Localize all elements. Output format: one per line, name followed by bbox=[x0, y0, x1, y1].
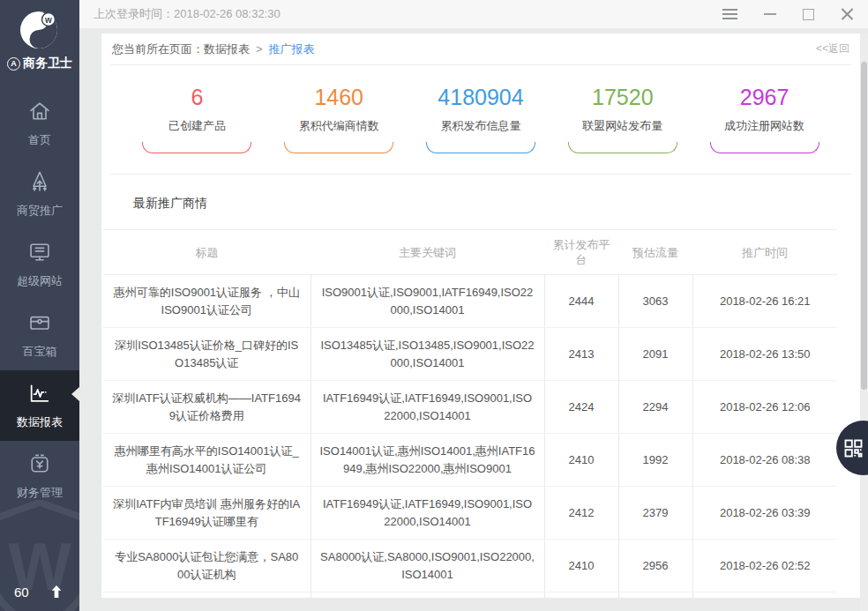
scrollbar-thumb[interactable] bbox=[861, 62, 867, 390]
breadcrumb-separator: > bbox=[256, 42, 263, 56]
cell-time: 2018-02-26 13:50 bbox=[692, 328, 837, 381]
brand-badge-icon: A bbox=[7, 57, 20, 71]
yinyang-logo-icon: w bbox=[19, 9, 61, 51]
column-header: 累计发布平台 bbox=[544, 230, 618, 275]
stat-label: 成功注册网站数 bbox=[693, 118, 835, 134]
cell-traffic: 3063 bbox=[618, 275, 692, 328]
table-row: ISO22000认证咨询，想要放心的ISO22000ISO22000认证,ISO… bbox=[103, 592, 837, 599]
stat-card-created-products: 6已创建产品 bbox=[126, 85, 268, 153]
cell-time bbox=[692, 592, 837, 599]
stat-value: 4180904 bbox=[410, 85, 552, 110]
finance-icon bbox=[27, 451, 52, 476]
stat-value: 2967 bbox=[693, 85, 835, 110]
maximize-button[interactable] bbox=[803, 9, 814, 20]
cell-title: 深圳IATF认证权威机构——IATF16949认证价格费用 bbox=[103, 381, 311, 434]
stat-card-compiled-info: 1460累积代编商情数 bbox=[268, 85, 410, 153]
stat-label: 累积发布信息量 bbox=[410, 118, 552, 134]
column-header: 主要关键词 bbox=[311, 230, 544, 275]
last-login-text: 上次登录时间：2018-02-26 08:32:30 bbox=[94, 6, 722, 22]
divider bbox=[110, 174, 851, 175]
cell-title: 专业SA8000认证包让您满意，SA8000认证机构 bbox=[103, 540, 311, 592]
cell-platforms: 2413 bbox=[544, 328, 618, 381]
table-header-row: 标题主要关键词累计发布平台预估流量推广时间 bbox=[103, 230, 837, 275]
app-logo: w bbox=[19, 9, 61, 51]
sidebar-item-home[interactable]: 首页 bbox=[0, 88, 79, 159]
cell-platforms: 2444 bbox=[544, 275, 618, 328]
cell-platforms: 2412 bbox=[544, 487, 618, 540]
arrow-up-icon[interactable] bbox=[48, 583, 65, 600]
sidebar-item-website[interactable]: 超级网站 bbox=[0, 229, 79, 300]
cell-keywords: IATF16949认证,IATF16949,ISO9001,ISO22000,I… bbox=[311, 487, 544, 540]
sidebar-count: 60 bbox=[14, 585, 29, 600]
cell-time: 2018-02-26 08:38 bbox=[692, 434, 837, 487]
stat-card-registered-sites: 2967成功注册网站数 bbox=[693, 85, 835, 153]
table-row: 专业SA8000认证包让您满意，SA8000认证机构SA8000认证,SA800… bbox=[103, 540, 837, 592]
cell-title: 深圳ISO13485认证价格_口碑好的ISO13485认证 bbox=[103, 328, 311, 381]
qr-code-icon bbox=[842, 436, 865, 460]
home-icon bbox=[27, 99, 52, 123]
cell-title: 惠州哪里有高水平的ISO14001认证_惠州ISO14001认证公司 bbox=[103, 434, 311, 487]
cell-traffic: 2956 bbox=[618, 540, 692, 592]
brand-name: 商务卫士 bbox=[23, 56, 72, 71]
menu-icon[interactable] bbox=[722, 9, 737, 19]
svg-text:w: w bbox=[44, 15, 52, 25]
sidebar-item-report[interactable]: 数据报表 bbox=[0, 370, 79, 441]
stats-row: 6已创建产品1460累积代编商情数4180904累积发布信息量17520联盟网站… bbox=[101, 65, 860, 174]
cell-platforms: 2424 bbox=[544, 381, 618, 434]
sidebar-item-toolbox[interactable]: 百宝箱 bbox=[0, 300, 79, 370]
minimize-button[interactable] bbox=[764, 13, 776, 15]
cell-traffic bbox=[618, 592, 692, 599]
report-icon bbox=[27, 381, 52, 406]
stat-underline bbox=[710, 142, 819, 153]
stat-label: 累积代编商情数 bbox=[268, 118, 410, 134]
close-button[interactable] bbox=[841, 8, 854, 21]
brand: A 商务卫士 bbox=[0, 56, 79, 71]
cell-title: 惠州可靠的ISO9001认证服务 ，中山ISO9001认证公司 bbox=[103, 275, 311, 328]
cell-keywords: SA8000认证,SA8000,ISO9001,ISO22000,ISO1400… bbox=[311, 540, 544, 592]
stat-value: 17520 bbox=[551, 85, 693, 110]
cell-keywords: ISO14001认证,惠州ISO14001,惠州IATF16949,惠州ISO2… bbox=[311, 434, 544, 487]
table-row: 深圳IATF认证权威机构——IATF16949认证价格费用IATF16949认证… bbox=[103, 381, 837, 434]
cell-title: 深圳IATF内审员培训 惠州服务好的IATF16949认证哪里有 bbox=[103, 487, 311, 540]
stat-value: 1460 bbox=[268, 85, 410, 110]
sidebar-nav: 首页商贸推广超级网站百宝箱数据报表财务管理 bbox=[0, 88, 79, 511]
cell-time: 2018-02-26 03:39 bbox=[692, 487, 837, 540]
cell-traffic: 2294 bbox=[618, 381, 692, 434]
sidebar-item-label: 百宝箱 bbox=[0, 344, 79, 360]
cell-keywords: IATF16949认证,IATF16949,ISO9001,ISO22000,I… bbox=[311, 381, 544, 434]
toolbox-icon bbox=[27, 310, 52, 335]
sidebar-item-finance[interactable]: 财务管理 bbox=[0, 441, 79, 511]
cell-keywords: ISO9001认证,ISO9001,IATF16949,ISO22000,ISO… bbox=[311, 275, 544, 328]
sidebar-item-label: 商贸推广 bbox=[0, 203, 79, 219]
table-row: 惠州可靠的ISO9001认证服务 ，中山ISO9001认证公司ISO9001认证… bbox=[103, 275, 837, 328]
sidebar-item-label: 超级网站 bbox=[0, 273, 79, 289]
column-header: 预估流量 bbox=[618, 230, 692, 275]
cell-traffic: 2379 bbox=[618, 487, 692, 540]
cell-traffic: 2091 bbox=[618, 328, 692, 381]
app-window: w A 商务卫士 首页商贸推广超级网站百宝箱数据报表财务管理 W 60 上次登录… bbox=[0, 0, 868, 611]
cell-keywords: ISO22000认证,ISO22000,ISO9001,QC080 bbox=[311, 592, 544, 599]
back-link[interactable]: <<返回 bbox=[816, 41, 849, 56]
cell-time: 2018-02-26 16:21 bbox=[692, 275, 837, 328]
stat-card-published-info: 4180904累积发布信息量 bbox=[410, 85, 552, 153]
content-panel: 您当前所在页面：数据报表 > 推广报表 <<返回 6已创建产品1460累积代编商… bbox=[101, 34, 860, 598]
breadcrumb-current-link[interactable]: 推广报表 bbox=[269, 41, 315, 57]
column-header: 标题 bbox=[103, 230, 311, 275]
sidebar-item-label: 首页 bbox=[0, 132, 79, 148]
table-row: 深圳IATF内审员培训 惠州服务好的IATF16949认证哪里有IATF1694… bbox=[103, 487, 837, 540]
cell-keywords: ISO13485认证,ISO13485,ISO9001,ISO22000,ISO… bbox=[311, 328, 544, 381]
section-title: 最新推广商情 bbox=[133, 196, 860, 212]
sidebar-footer: 60 bbox=[0, 583, 79, 600]
scrollbar-track[interactable] bbox=[860, 34, 868, 611]
sidebar-item-promotion[interactable]: 商贸推广 bbox=[0, 159, 79, 229]
sidebar: w A 商务卫士 首页商贸推广超级网站百宝箱数据报表财务管理 W 60 bbox=[0, 0, 79, 611]
cell-title: ISO22000认证咨询，想要放心的ISO22000 bbox=[103, 592, 311, 599]
promotion-icon bbox=[27, 169, 52, 194]
stat-underline bbox=[284, 142, 393, 153]
stat-value: 6 bbox=[126, 85, 268, 110]
window-controls bbox=[722, 8, 854, 21]
stat-label: 联盟网站发布量 bbox=[551, 118, 693, 134]
sidebar-item-label: 数据报表 bbox=[0, 414, 79, 430]
table-row: 惠州哪里有高水平的ISO14001认证_惠州ISO14001认证公司ISO140… bbox=[103, 434, 837, 487]
breadcrumb-prefix: 您当前所在页面：数据报表 bbox=[112, 41, 250, 57]
